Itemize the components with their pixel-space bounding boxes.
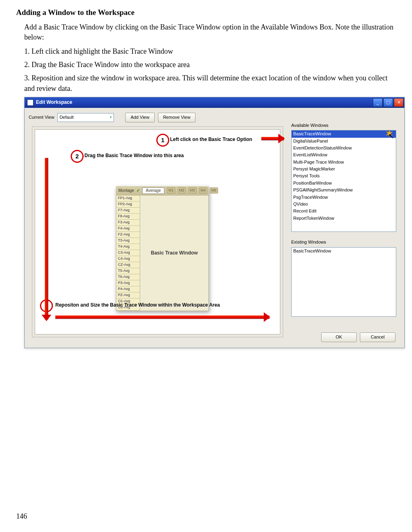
existing-item[interactable]: BasicTraceWindow <box>292 248 396 254</box>
available-windows-listbox[interactable]: BasicTraceWindowDigitalValuePanelEventDe… <box>291 130 396 232</box>
annotation-text-1: Left click on the Basic Trace Option <box>170 136 252 143</box>
app-icon <box>27 99 34 106</box>
channel-label: CZ-Avg <box>116 262 140 268</box>
available-item[interactable]: PsgTraceWindow <box>292 194 396 201</box>
step-2: 2. Drag the Basic Trace Window into the … <box>16 60 396 70</box>
available-item[interactable]: DigitalValuePanel <box>292 138 396 145</box>
current-view-value: Default <box>59 114 74 120</box>
available-item[interactable]: Record Edit <box>292 208 396 214</box>
step-3: 3. Reposition and size the window in wor… <box>16 73 396 93</box>
available-item[interactable]: EventDetectionStatusWindow <box>292 145 396 151</box>
available-item[interactable]: BasicTraceWindow <box>292 130 396 137</box>
screenshot-edit-workspace: Edit Workspace _ ▢ ✕ Current View Defaul… <box>24 97 405 348</box>
available-item[interactable]: ReportTokenWindow <box>292 215 396 222</box>
m5-button[interactable]: M5 <box>210 187 218 193</box>
existing-windows-listbox[interactable]: BasicTraceWindow <box>291 247 396 317</box>
arrow-right-1 <box>261 137 284 140</box>
chevron-down-icon: ▾ <box>110 115 112 120</box>
channel-label: T5-Avg <box>116 268 140 274</box>
available-item[interactable]: Persyst MagicMarker <box>292 166 396 172</box>
basic-trace-window[interactable]: Montage ✓ Average M1 M2 M3 M4 M5 FP1-Avg… <box>116 186 209 311</box>
workspace-frame: Montage ✓ Average M1 M2 M3 M4 M5 FP1-Avg… <box>32 126 283 337</box>
channel-label: F4-Avg <box>116 226 140 232</box>
annotation-badge-1: 1 <box>156 134 169 147</box>
existing-windows-label: Existing Windows <box>291 239 396 245</box>
m1-button[interactable]: M1 <box>167 187 175 193</box>
arrow-down <box>45 158 48 320</box>
channel-label: FP1-Avg <box>116 196 140 202</box>
channel-label: C3-Avg <box>116 250 140 256</box>
channel-label: C4-Avg <box>116 256 140 262</box>
channel-label: P4-Avg <box>116 286 140 292</box>
close-button[interactable]: ✕ <box>394 98 404 107</box>
minimize-button[interactable]: _ <box>373 98 383 107</box>
available-item[interactable]: EventListWindow <box>292 151 396 158</box>
annotation-text-2: Drag the Basic Trace Window into this ar… <box>84 152 184 159</box>
cursor-icon: ↖ <box>388 131 394 141</box>
step-1: 1. Left click and highlight the Basic Tr… <box>16 46 396 57</box>
channel-label: F8-Avg <box>116 214 140 220</box>
channel-label: F3-Avg <box>116 220 140 226</box>
m3-button[interactable]: M3 <box>188 187 197 193</box>
channel-label: F7-Avg <box>116 208 140 214</box>
page-number: 146 <box>16 511 27 521</box>
annotation-badge-2: 2 <box>71 150 84 163</box>
montage-label: Montage <box>118 188 134 193</box>
available-item[interactable]: PSGAllNightSummaryWindow <box>292 187 396 193</box>
window-title: Edit Workspace <box>36 99 72 106</box>
channel-label: PZ-Avg <box>116 292 140 299</box>
available-item[interactable]: QVideo <box>292 201 396 208</box>
channel-label: T6-Avg <box>116 274 140 280</box>
m2-button[interactable]: M2 <box>178 187 186 193</box>
workspace-area[interactable]: Montage ✓ Average M1 M2 M3 M4 M5 FP1-Avg… <box>35 129 280 334</box>
trace-caption: Basic Trace Window <box>140 196 208 311</box>
ok-button[interactable]: OK <box>321 332 357 342</box>
intro-paragraph: Add a Basic Trace Window by clicking on … <box>16 22 396 42</box>
channel-label: T4-Avg <box>116 244 140 250</box>
montage-select[interactable]: Average <box>142 187 164 194</box>
arrow-right-bottom <box>55 315 269 319</box>
available-windows-label: Available Windows <box>291 122 396 128</box>
section-heading: Adding a Window to the Workspace <box>16 7 396 18</box>
current-view-dropdown[interactable]: Default ▾ <box>57 113 114 122</box>
add-view-button[interactable]: Add View <box>125 113 154 122</box>
channel-label: FP2-Avg <box>116 202 140 208</box>
annotation-text-3: Repositon and Size the Basic Trace Windo… <box>55 302 220 309</box>
titlebar[interactable]: Edit Workspace _ ▢ ✕ <box>25 97 404 108</box>
m4-button[interactable]: M4 <box>199 187 208 193</box>
available-item[interactable]: Multi-Page Trace Window <box>292 159 396 166</box>
available-item[interactable]: PositionBarWindow <box>292 180 396 187</box>
channel-label: T3-Avg <box>116 238 140 244</box>
maximize-button[interactable]: ▢ <box>383 98 393 107</box>
current-view-label: Current View <box>29 114 54 120</box>
channel-label: P3-Avg <box>116 280 140 286</box>
available-item[interactable]: Persyst Tools <box>292 172 396 179</box>
trace-toolbar[interactable]: Montage ✓ Average M1 M2 M3 M4 M5 <box>116 186 209 195</box>
cancel-button[interactable]: Cancel <box>360 332 395 342</box>
check-icon: ✓ <box>137 188 140 193</box>
remove-view-button[interactable]: Remove View <box>158 113 196 122</box>
channel-label: FZ-Avg <box>116 232 140 238</box>
